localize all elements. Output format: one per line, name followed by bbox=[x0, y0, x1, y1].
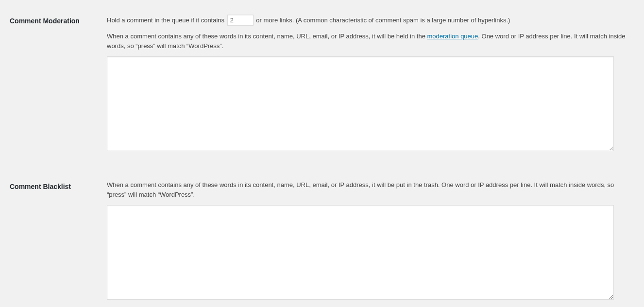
moderation-links-after: or more links. (A common characteristic … bbox=[256, 17, 510, 24]
blacklist-keys-textarea[interactable] bbox=[107, 205, 614, 300]
blacklist-description: When a comment contains any of these wor… bbox=[107, 180, 629, 199]
moderation-description: When a comment contains any of these wor… bbox=[107, 32, 629, 51]
discussion-settings-table: Comment Moderation Hold a comment in the… bbox=[10, 10, 634, 307]
moderation-links-before: Hold a comment in the queue if it contai… bbox=[107, 17, 226, 24]
moderation-links-line: Hold a comment in the queue if it contai… bbox=[107, 15, 629, 26]
comment-blacklist-row: Comment Blacklist When a comment contain… bbox=[10, 175, 634, 307]
comment-moderation-heading: Comment Moderation bbox=[10, 17, 80, 25]
moderation-max-links-input[interactable] bbox=[227, 15, 254, 26]
moderation-desc-before: When a comment contains any of these wor… bbox=[107, 33, 427, 40]
moderation-keys-textarea[interactable] bbox=[107, 56, 614, 151]
moderation-queue-link[interactable]: moderation queue bbox=[427, 33, 478, 40]
comment-blacklist-heading: Comment Blacklist bbox=[10, 183, 71, 190]
moderation-links-label: Hold a comment in the queue if it contai… bbox=[107, 17, 510, 24]
comment-moderation-row: Comment Moderation Hold a comment in the… bbox=[10, 10, 634, 161]
